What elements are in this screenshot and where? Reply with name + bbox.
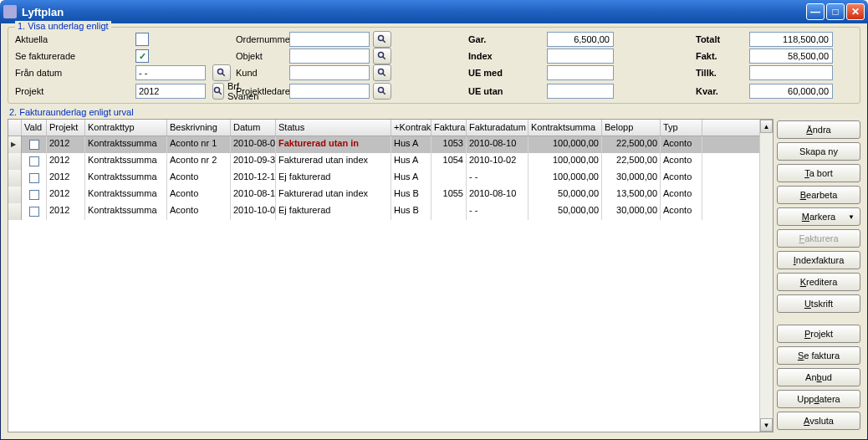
col-kontraktsumma[interactable]: Kontraktsumma: [528, 120, 602, 136]
col-kontrak[interactable]: +Kontrak: [391, 120, 431, 136]
status-cell: Fakturerad utan index: [276, 153, 391, 170]
gar-label: Gar.: [468, 34, 544, 44]
kontrakttyp-cell: Kontraktssumma: [85, 170, 167, 187]
faktura-cell: [431, 170, 467, 187]
vald-cell[interactable]: [22, 187, 47, 203]
belopp-cell: 30,000,00: [602, 170, 661, 187]
vald-cell[interactable]: [22, 136, 47, 153]
fakturera-button[interactable]: Fakturera: [777, 229, 860, 248]
close-button[interactable]: ✕: [846, 3, 865, 20]
projektledare-input[interactable]: [289, 84, 370, 99]
skapa-ny-button[interactable]: Skapa ny: [777, 142, 860, 161]
vertical-scrollbar[interactable]: ▲ ▼: [759, 120, 773, 432]
kund-input[interactable]: [289, 65, 370, 80]
beskrivning-cell: Aconto nr 2: [167, 153, 231, 170]
scroll-up-button[interactable]: ▲: [760, 120, 773, 133]
client-area: 1. Visa underlag enligt Aktuella Ordernu…: [0, 23, 868, 440]
datum-cell: 2010-08-10: [231, 187, 276, 203]
faktura-cell: 1053: [431, 136, 467, 153]
status-cell: Ej fakturerad: [276, 170, 391, 187]
col-typ[interactable]: Typ: [661, 120, 702, 136]
row-handle[interactable]: [8, 187, 22, 203]
fran-datum-input[interactable]: - -: [135, 65, 206, 80]
kontrakttyp-cell: Kontraktssumma: [85, 187, 167, 203]
objekt-search-button[interactable]: [373, 48, 391, 64]
index-value: [547, 49, 614, 64]
app-icon: [3, 5, 17, 18]
fran-datum-label: Från datum: [15, 68, 132, 78]
col-projekt[interactable]: Projekt: [47, 120, 85, 136]
grid: Vald Projekt Kontrakttyp Beskrivning Dat…: [8, 119, 774, 432]
ordernummer-search-button[interactable]: [373, 31, 391, 48]
uppdatera-button[interactable]: Uppdatera: [777, 390, 860, 408]
row-handle[interactable]: [8, 136, 22, 153]
kontraktsumma-cell: 100,000,00: [528, 153, 602, 170]
projekt-button[interactable]: Projekt: [777, 325, 860, 343]
col-belopp[interactable]: Belopp: [602, 120, 661, 136]
row-handle[interactable]: [8, 203, 22, 220]
fakt-label: Fakt.: [696, 51, 746, 61]
col-handle[interactable]: [8, 120, 22, 136]
col-faktura[interactable]: Faktura: [431, 120, 467, 136]
kontraktsumma-cell: 100,000,00: [528, 136, 602, 153]
typ-cell: Aconto: [661, 187, 702, 203]
utskrift-button[interactable]: Utskrift: [777, 294, 860, 313]
table-row[interactable]: 2012KontraktssummaAconto nr 22010-09-30F…: [8, 153, 759, 170]
kontrak-cell: Hus B: [391, 187, 431, 203]
se-fakturerade-checkbox[interactable]: [135, 49, 149, 63]
kontrak-cell: Hus A: [391, 153, 431, 170]
fran-datum-picker-button[interactable]: [212, 64, 231, 81]
svg-point-6: [379, 69, 384, 74]
ordernummer-input[interactable]: [289, 32, 370, 47]
vald-cell[interactable]: [22, 203, 47, 220]
minimize-button[interactable]: —: [806, 3, 825, 20]
col-beskrivning[interactable]: Beskrivning: [167, 120, 231, 136]
objekt-input[interactable]: [289, 49, 370, 64]
markera-button[interactable]: Markera▼: [777, 207, 860, 226]
col-kontrakttyp[interactable]: Kontrakttyp: [85, 120, 167, 136]
avsluta-button[interactable]: Avsluta: [777, 412, 860, 430]
scroll-down-button[interactable]: ▼: [760, 418, 773, 432]
table-row[interactable]: 2012KontraktssummaAconto nr 12010-08-01F…: [8, 136, 759, 153]
col-fakturadatum[interactable]: Fakturadatum: [467, 120, 528, 136]
se-faktura-button[interactable]: Se faktura: [777, 346, 860, 365]
table-row[interactable]: 2012KontraktssummaAconto2010-08-10Faktur…: [8, 187, 759, 203]
table-row[interactable]: 2012KontraktssummaAconto2010-10-06Ej fak…: [8, 203, 759, 220]
kontrakttyp-cell: Kontraktssumma: [85, 136, 167, 153]
table-row[interactable]: 2012KontraktssummaAconto2010-12-10Ej fak…: [8, 170, 759, 187]
projekt-search-button[interactable]: [212, 83, 224, 100]
totalt-value: 118,500,00: [749, 32, 833, 47]
col-vald[interactable]: Vald: [22, 120, 47, 136]
col-status[interactable]: Status: [276, 120, 391, 136]
titlebar[interactable]: Lyftplan — □ ✕: [0, 0, 868, 23]
bearbeta-button[interactable]: Bearbeta: [777, 186, 860, 204]
ue-utan-value: [547, 84, 614, 99]
aktuella-checkbox[interactable]: [135, 33, 149, 46]
col-datum[interactable]: Datum: [231, 120, 276, 136]
status-cell: Fakturerad utan in: [276, 136, 391, 153]
projektledare-search-button[interactable]: [373, 83, 391, 100]
scroll-track[interactable]: [760, 133, 773, 418]
projektledare-label: Projektledare: [236, 86, 286, 96]
filter-group: 1. Visa underlag enligt Aktuella Ordernu…: [8, 27, 860, 104]
svg-line-11: [383, 92, 385, 95]
grid-header[interactable]: Vald Projekt Kontrakttyp Beskrivning Dat…: [8, 120, 759, 136]
kund-search-button[interactable]: [373, 64, 391, 81]
datum-cell: 2010-10-06: [231, 203, 276, 220]
kreditera-button[interactable]: Kreditera: [777, 273, 860, 291]
anbud-button[interactable]: Anbud: [777, 368, 860, 386]
kontrakttyp-cell: Kontraktssumma: [85, 153, 167, 170]
indexfaktura-button[interactable]: Indexfaktura: [777, 251, 860, 269]
vald-cell[interactable]: [22, 153, 47, 170]
projekt-cell: 2012: [47, 153, 85, 170]
andra-button[interactable]: Ändra: [777, 120, 860, 139]
svg-point-2: [379, 53, 384, 58]
projekt-input[interactable]: 2012: [135, 84, 206, 99]
row-handle[interactable]: [8, 153, 22, 170]
objekt-label: Objekt: [236, 51, 286, 61]
vald-cell[interactable]: [22, 170, 47, 187]
row-handle[interactable]: [8, 170, 22, 187]
maximize-button[interactable]: □: [826, 3, 845, 20]
ta-bort-button[interactable]: Ta bort: [777, 164, 860, 182]
belopp-cell: 22,500,00: [602, 136, 661, 153]
